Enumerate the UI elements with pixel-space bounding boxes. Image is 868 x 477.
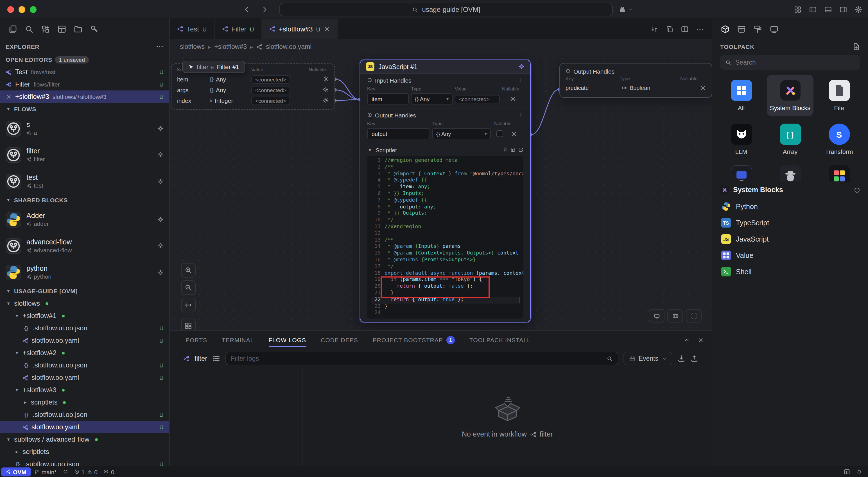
ovm-badge[interactable]: OVM: [1, 467, 31, 476]
flow-canvas[interactable]: filter ▸ Filter #1 Key Type Value Nullab…: [170, 54, 712, 330]
open-external-icon[interactable]: [518, 147, 523, 152]
titlebar-search[interactable]: usage-guide [OVM]: [279, 3, 613, 16]
toolpack-item-system-blocks[interactable]: System Blocks: [767, 75, 813, 116]
info-icon[interactable]: [854, 187, 860, 193]
search-icon[interactable]: [25, 25, 34, 34]
fit-view-button[interactable]: [181, 298, 196, 312]
add-input-icon[interactable]: [518, 77, 523, 83]
flow-list-item[interactable]: filterfilter: [0, 141, 169, 168]
toolpack-item-transform[interactable]: STransform: [816, 119, 862, 160]
add-output-icon[interactable]: [518, 113, 523, 118]
open-editor-item[interactable]: +slotflow#3slotflows/+slotflow#3U: [0, 91, 169, 103]
tree-item[interactable]: ▾+slotflow#1: [0, 310, 169, 322]
breadcrumb-item[interactable]: slotflows: [180, 43, 205, 50]
node-header[interactable]: JS JavaScript #1: [360, 60, 530, 73]
block-item-python[interactable]: Python: [712, 198, 868, 215]
close-icon[interactable]: [6, 94, 12, 100]
toolpack-item-spy[interactable]: [767, 160, 813, 182]
flows-header[interactable]: ▾ FLOWS: [0, 103, 169, 115]
files-icon[interactable]: [8, 25, 18, 34]
problems[interactable]: 1 0: [74, 468, 97, 475]
sync-status[interactable]: [63, 469, 68, 474]
toolpack-search[interactable]: [720, 55, 860, 70]
panel-tab-project-bootstrap[interactable]: PROJECT BOOTSTRAP1: [373, 331, 455, 349]
expand-panel-icon[interactable]: [684, 337, 690, 343]
maximize-window-button[interactable]: [30, 6, 36, 13]
flow-settings-icon[interactable]: [157, 178, 164, 184]
block-item-javascript[interactable]: JSJavaScript: [712, 231, 868, 247]
grid-toggle-button[interactable]: [181, 319, 196, 330]
more-actions-icon[interactable]: [156, 42, 164, 50]
bell-icon[interactable]: [856, 469, 862, 475]
handle-settings-icon[interactable]: [323, 87, 329, 93]
block-item-shell[interactable]: Shell: [712, 263, 868, 280]
open-editor-item[interactable]: Testflows/testU: [0, 66, 169, 78]
apps-grid-icon[interactable]: [794, 5, 802, 13]
panel-tab-toolpack-install[interactable]: TOOLPACK INSTALL: [469, 331, 531, 349]
tree-item[interactable]: ▾slotflows: [0, 297, 169, 310]
split-editor-icon[interactable]: [681, 25, 689, 33]
handle-settings-icon[interactable]: [323, 97, 329, 103]
tab-test[interactable]: Test U: [170, 19, 214, 39]
toggle-right-panel-icon[interactable]: [839, 5, 847, 13]
flow-list-item[interactable]: testtest: [0, 168, 169, 194]
blocks-icon[interactable]: [41, 25, 50, 34]
fullscreen-button[interactable]: [686, 309, 702, 322]
events-dropdown[interactable]: Events: [623, 352, 672, 365]
flow-list-item[interactable]: pythonpython: [0, 259, 169, 285]
code-editor[interactable]: 1//#region generated meta2/**3 * @import…: [367, 156, 523, 319]
diff-icon[interactable]: [650, 25, 658, 33]
tree-item[interactable]: {}.slotflow.ui.oo.jsonU: [0, 359, 169, 371]
tab-filter[interactable]: Filter U: [214, 19, 262, 39]
save-log-icon[interactable]: [677, 354, 685, 362]
breadcrumb-item[interactable]: +slotflow#3: [214, 43, 247, 50]
flow-settings-icon[interactable]: [157, 216, 164, 222]
log-list-icon[interactable]: [212, 354, 220, 362]
toggle-left-panel-icon[interactable]: [809, 5, 817, 13]
flow-settings-icon[interactable]: [157, 243, 164, 249]
handle-key-input[interactable]: item: [367, 93, 409, 104]
tree-item[interactable]: slotflow.oo.yamlU: [0, 334, 169, 347]
ports-status[interactable]: 0: [104, 468, 115, 475]
filter-logs-box[interactable]: [225, 352, 618, 365]
toolpack-item-all[interactable]: All: [718, 75, 765, 116]
close-panel-icon[interactable]: [698, 337, 704, 343]
tree-item[interactable]: ▸scriptlets: [0, 446, 169, 458]
toolpack-search-input[interactable]: [735, 59, 855, 66]
panel-tab-flow-logs[interactable]: FLOW LOGS: [269, 331, 306, 349]
panel-tab-code-deps[interactable]: CODE DEPS: [321, 331, 358, 349]
attach-icon[interactable]: [503, 147, 508, 152]
handle-settings-icon[interactable]: [323, 76, 329, 82]
toolpack-item-array[interactable]: [ ]Array: [767, 119, 813, 160]
zoom-out-button[interactable]: [181, 280, 196, 295]
display-icon[interactable]: [770, 25, 779, 34]
handle-key-input[interactable]: output: [367, 128, 430, 139]
flow-settings-icon[interactable]: [157, 125, 164, 131]
block-item-value[interactable]: Value: [712, 247, 868, 263]
toolpack-item-file[interactable]: File: [816, 75, 862, 116]
type-select[interactable]: {} Any▾: [432, 128, 491, 139]
type-select[interactable]: {} Any▾: [411, 93, 453, 104]
mascot-menu[interactable]: [618, 5, 633, 13]
export-log-icon[interactable]: [690, 354, 698, 362]
flow-list-item[interactable]: advanced-flowadvanced-flow: [0, 232, 169, 259]
screen-view-button[interactable]: [649, 309, 664, 322]
open-editor-item[interactable]: Filterflows/filterU: [0, 78, 169, 91]
toggle-bottom-panel-icon[interactable]: [824, 5, 832, 13]
tree-item[interactable]: ▾subflows / advanced-flow: [0, 433, 169, 446]
workspace-header[interactable]: ▾ USAGE-GUIDE [OVM]: [0, 285, 169, 297]
folder-icon[interactable]: [74, 25, 83, 34]
new-toolpack-icon[interactable]: [852, 42, 860, 50]
shared-blocks-header[interactable]: ▾ SHARED BLOCKS: [0, 194, 169, 206]
tree-item[interactable]: ▾+slotflow#2: [0, 347, 169, 359]
flow-settings-icon[interactable]: [157, 269, 164, 275]
tree-item[interactable]: slotflow.oo.yamlU: [0, 371, 169, 384]
flow-list-item[interactable]: Adderadder: [0, 206, 169, 232]
tree-item[interactable]: slotflow.oo.yamlU: [0, 421, 169, 433]
forward-icon[interactable]: [261, 5, 269, 13]
nullable-checkbox[interactable]: [496, 130, 503, 137]
panel-tab-ports[interactable]: PORTS: [186, 331, 207, 349]
more-actions-icon[interactable]: [696, 25, 704, 33]
handle-settings-icon[interactable]: [511, 131, 517, 137]
tree-item[interactable]: ▸scriptlets: [0, 396, 169, 409]
